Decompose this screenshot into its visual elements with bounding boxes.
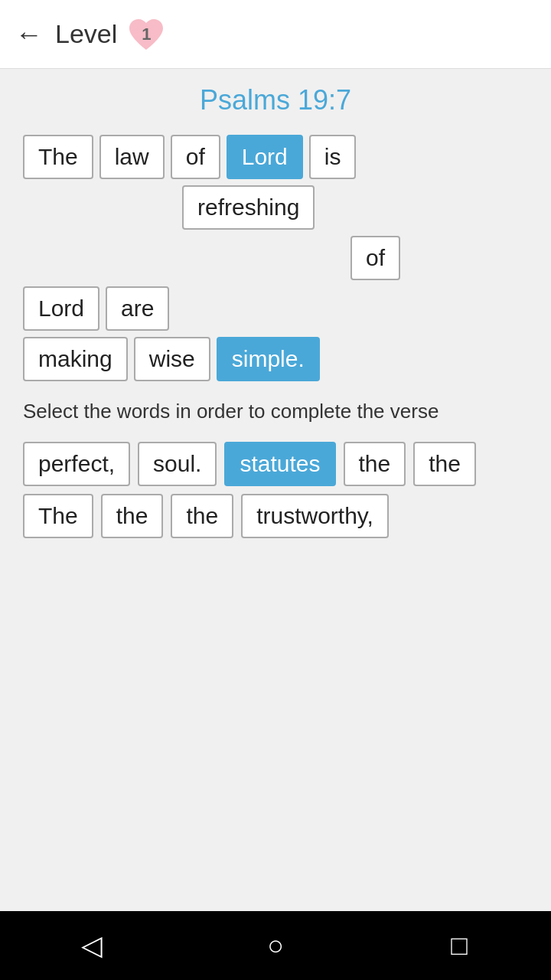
word-simple-selected[interactable]: simple. — [217, 337, 320, 381]
wordbank-statutes[interactable]: statutes — [224, 442, 335, 486]
wordbank-soul[interactable]: soul. — [138, 442, 217, 486]
word-of-2[interactable]: of — [350, 236, 400, 280]
word-refreshing[interactable]: refreshing — [182, 185, 315, 230]
top-bar: ← Level 1 — [0, 0, 551, 69]
instruction-text: Select the words in order to complete th… — [23, 397, 528, 426]
bottom-nav: ◁ ○ □ — [0, 911, 551, 980]
word-making[interactable]: making — [23, 337, 128, 381]
heart-badge: 1 — [126, 16, 166, 53]
word-wise[interactable]: wise — [134, 337, 210, 381]
verse-row-4: Lord are — [23, 286, 528, 331]
heart-number: 1 — [142, 24, 151, 44]
word-are[interactable]: are — [106, 286, 169, 331]
nav-recent-button[interactable]: □ — [429, 915, 490, 976]
wordbank-the-2[interactable]: the — [413, 442, 476, 486]
word-bank: perfect, soul. statutes the the The the … — [23, 442, 528, 538]
level-label: Level — [55, 19, 117, 49]
wordbank-the-1[interactable]: the — [344, 442, 406, 486]
back-button[interactable]: ← — [15, 18, 43, 51]
word-law[interactable]: law — [99, 135, 165, 179]
nav-back-button[interactable]: ◁ — [61, 915, 122, 976]
wordbank-the-3[interactable]: the — [101, 494, 164, 538]
verse-reference: Psalms 19:7 — [23, 84, 528, 116]
word-The-1[interactable]: The — [23, 135, 93, 179]
wordbank-The[interactable]: The — [23, 494, 93, 538]
word-is[interactable]: is — [309, 135, 357, 179]
word-placement-area: The law of Lord is refreshing of Lord ar… — [23, 135, 528, 381]
wordbank-trustworthy[interactable]: trustworthy, — [241, 494, 389, 538]
wordbank-the-4[interactable]: the — [171, 494, 233, 538]
verse-row-2: refreshing — [23, 185, 528, 230]
wordbank-perfect[interactable]: perfect, — [23, 442, 130, 486]
nav-home-button[interactable]: ○ — [245, 915, 306, 976]
main-content: Psalms 19:7 The law of Lord is refreshin… — [0, 69, 551, 911]
word-Lord-2[interactable]: Lord — [23, 286, 99, 331]
verse-row-3: of — [23, 236, 528, 280]
verse-row-5: making wise simple. — [23, 337, 528, 381]
verse-row-1: The law of Lord is — [23, 135, 528, 179]
word-of-1[interactable]: of — [171, 135, 220, 179]
word-Lord-selected[interactable]: Lord — [227, 135, 303, 179]
